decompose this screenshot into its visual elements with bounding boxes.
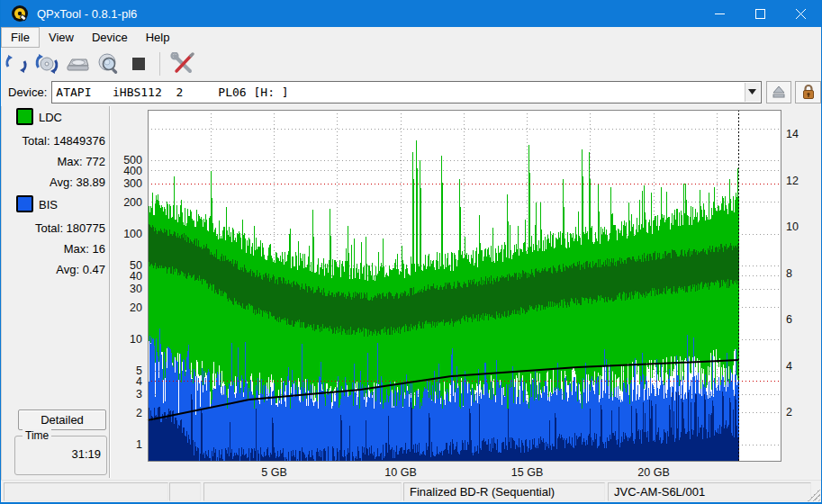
lock-button[interactable] <box>795 81 821 104</box>
qpxtool-window: QPxTool - 0.8.1-pl6 File View Device Hel… <box>0 0 822 504</box>
status-panel-1 <box>4 482 168 501</box>
minimize-button[interactable] <box>700 0 740 27</box>
tools-icon <box>170 52 195 76</box>
y-left-tick-label: 20 <box>130 302 142 314</box>
menu-help[interactable]: Help <box>137 28 179 47</box>
status-bar: Finalized BD-R (Sequential) JVC-AM-S6L/0… <box>1 480 821 502</box>
ldc-total: Total: 14849376 <box>22 134 105 148</box>
rescan-bus-button[interactable] <box>1 50 32 77</box>
y-right-tick-label: 10 <box>786 220 799 233</box>
detailed-button[interactable]: Detailed <box>18 410 106 430</box>
status-panel-3 <box>203 482 402 501</box>
app-icon <box>11 4 29 22</box>
y-right-tick-label: 8 <box>786 267 792 280</box>
eject-icon <box>771 85 787 99</box>
disc-type-status: Finalized BD-R (Sequential) <box>403 482 605 501</box>
menu-device[interactable]: Device <box>83 28 137 47</box>
toolbar-separator <box>159 52 160 76</box>
refresh-icon <box>5 52 28 76</box>
chevron-down-icon <box>748 89 756 94</box>
y-left-tick-label: 2 <box>136 407 142 419</box>
x-tick-label: 20 GB <box>637 466 669 479</box>
y-right-tick-label: 14 <box>786 128 799 140</box>
x-tick-label: 10 GB <box>384 466 416 479</box>
y-right-tick-label: 6 <box>786 313 792 326</box>
eject-drive-button[interactable] <box>62 50 93 77</box>
stop-scan-button[interactable] <box>123 50 154 77</box>
refresh-disc-icon <box>34 52 59 76</box>
ldc-legend-swatch <box>16 108 33 125</box>
lock-icon <box>801 84 816 100</box>
y-right-tick-label: 2 <box>786 406 792 418</box>
ldc-max: Max: 772 <box>58 155 105 168</box>
toolbar <box>1 48 821 79</box>
y-left-tick-label: 10 <box>130 333 142 346</box>
chart-panel: 5004003002001005040302010543211412108642… <box>111 106 822 480</box>
y-right-tick-label: 12 <box>786 175 799 187</box>
close-button[interactable] <box>781 0 821 27</box>
ldc-avg: Avg: 38.89 <box>50 176 105 189</box>
y-left-tick-label: 300 <box>123 177 142 190</box>
y-left-tick-label: 1 <box>136 438 142 451</box>
maximize-button[interactable] <box>740 0 781 27</box>
time-label: Time <box>23 429 51 442</box>
title-bar: QPxTool - 0.8.1-pl6 <box>1 0 821 27</box>
ldc-legend-label: LDC <box>39 111 62 124</box>
y-right-tick-label: 4 <box>786 360 792 373</box>
bis-legend-swatch <box>16 195 33 212</box>
y-left-tick-label: 4 <box>136 375 142 388</box>
refresh-media-button[interactable] <box>32 50 62 77</box>
bis-max: Max: 16 <box>64 242 105 256</box>
y-left-tick-label: 400 <box>123 165 142 177</box>
menu-file[interactable]: File <box>1 27 40 48</box>
bis-avg: Avg: 0.47 <box>56 263 105 276</box>
eject-button[interactable] <box>766 81 792 104</box>
status-panel-2 <box>169 482 201 501</box>
scan-disc-button[interactable] <box>93 50 123 77</box>
time-groupbox: Time 31:19 <box>14 436 107 475</box>
menu-view[interactable]: View <box>40 28 83 47</box>
stop-icon <box>132 58 145 70</box>
menu-bar: File View Device Help <box>1 27 821 48</box>
x-tick-label: 5 GB <box>261 466 287 479</box>
quality-chart: 5004003002001005040302010543211412108642… <box>111 106 822 480</box>
media-id-status: JVC-AM-S6L/001 <box>608 482 811 501</box>
y-left-tick-label: 30 <box>130 283 142 295</box>
y-left-tick-label: 100 <box>123 228 142 240</box>
bis-total: Total: 180775 <box>35 221 105 235</box>
device-bar: Device: ATAPI iHBS112 2 PL06 [H: ] <box>1 79 821 104</box>
device-combobox[interactable]: ATAPI iHBS112 2 PL06 [H: ] <box>51 81 761 104</box>
time-value: 31:19 <box>71 447 101 461</box>
x-tick-label: 15 GB <box>511 466 543 479</box>
y-left-tick-label: 200 <box>123 196 142 209</box>
preferences-button[interactable] <box>167 50 198 77</box>
device-label: Device: <box>8 86 47 99</box>
drive-icon <box>65 53 90 75</box>
y-left-tick-label: 40 <box>130 270 142 283</box>
resize-grip[interactable] <box>808 489 820 501</box>
main-area: LDC Total: 14849376 Max: 772 Avg: 38.89 … <box>1 106 822 480</box>
device-value: ATAPI iHBS112 2 PL06 [H: ] <box>52 86 288 99</box>
y-left-tick-label: 3 <box>136 388 142 400</box>
combobox-dropdown-button[interactable] <box>745 83 760 102</box>
scan-magnifier-icon <box>96 52 121 76</box>
bis-legend-label: BIS <box>39 198 58 212</box>
stats-sidebar: LDC Total: 14849376 Max: 772 Avg: 38.89 … <box>1 106 109 480</box>
window-title: QPxTool - 0.8.1-pl6 <box>37 7 700 21</box>
